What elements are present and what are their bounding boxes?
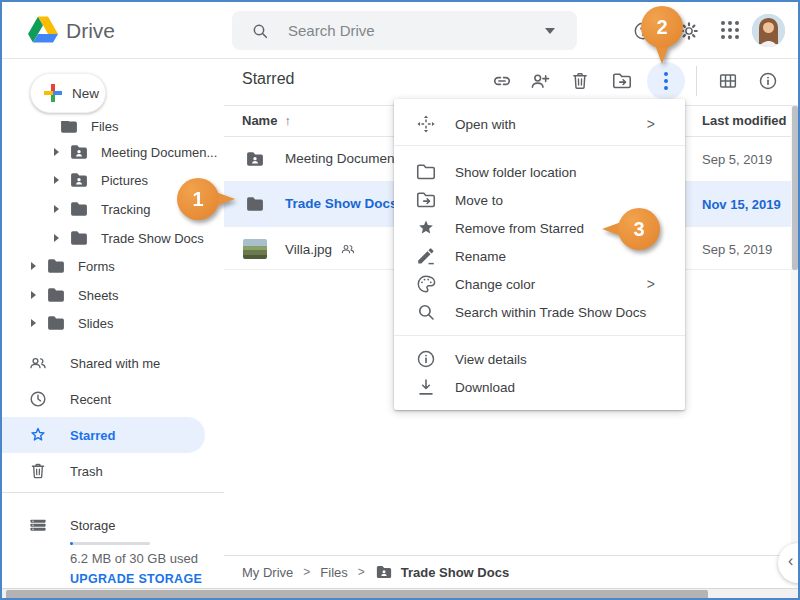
- tree-item-label: Slides: [78, 316, 113, 331]
- sidebar: Files New Meeting Documen... Pictures Tr…: [2, 59, 224, 584]
- search-icon: [415, 301, 437, 323]
- search-bar[interactable]: [232, 11, 577, 50]
- view-details-icon[interactable]: [757, 70, 779, 92]
- file-modified-date: Sep 5, 2019: [702, 242, 772, 257]
- breadcrumb: My Drive > Files > Trade Show Docs: [224, 555, 798, 588]
- sidebar-item-starred[interactable]: Starred: [2, 417, 205, 453]
- sidebar-item-shared-with-me[interactable]: Shared with me: [2, 345, 224, 381]
- menu-item-view-details[interactable]: View details: [394, 345, 685, 373]
- sidebar-item-storage[interactable]: Storage: [2, 507, 224, 543]
- expand-caret-icon[interactable]: [54, 176, 59, 184]
- folder-icon: [245, 194, 265, 214]
- expand-caret-icon[interactable]: [54, 234, 59, 242]
- sidebar-item-trash[interactable]: Trash: [2, 453, 224, 489]
- folder-icon: [46, 285, 66, 305]
- tree-item-sheets[interactable]: Sheets: [31, 281, 118, 309]
- expand-caret-icon[interactable]: [54, 205, 59, 213]
- horizontal-scrollbar: [2, 588, 798, 600]
- move-to-folder-icon[interactable]: [611, 70, 633, 92]
- search-icon: [250, 21, 270, 41]
- column-last-modified[interactable]: Last modified: [702, 113, 787, 128]
- page-title: Starred: [242, 70, 294, 88]
- search-input[interactable]: [288, 22, 518, 39]
- plus-icon: [44, 84, 62, 102]
- app-title: Drive: [66, 2, 115, 59]
- clock-icon: [28, 389, 48, 409]
- tree-item-pictures[interactable]: Pictures: [54, 166, 148, 194]
- storage-progress-fill: [70, 542, 73, 545]
- storage-icon: [28, 515, 48, 535]
- chevron-right-icon: >: [358, 565, 365, 579]
- upgrade-storage-link[interactable]: UPGRADE STORAGE: [70, 572, 202, 586]
- menu-item-search-within[interactable]: Search within Trade Show Docs: [394, 298, 685, 326]
- download-icon: [415, 376, 437, 398]
- column-name-label: Name: [242, 113, 277, 128]
- grid-view-icon[interactable]: [717, 70, 739, 92]
- storage-progress-bar: [70, 542, 150, 545]
- sort-ascending-icon[interactable]: ↑: [284, 113, 291, 128]
- sidebar-item-recent[interactable]: Recent: [2, 381, 224, 417]
- horizontal-scrollbar-thumb[interactable]: [6, 590, 708, 600]
- new-button-label: New: [72, 86, 99, 101]
- folder-icon: [46, 313, 66, 333]
- palette-icon: [415, 273, 437, 295]
- sidebar-item-label: Storage: [70, 518, 116, 533]
- expand-caret-icon[interactable]: [54, 148, 59, 156]
- menu-item-show-folder-location[interactable]: Show folder location: [394, 158, 685, 186]
- tree-item-forms[interactable]: Forms: [31, 252, 115, 280]
- shared-people-icon: [340, 241, 356, 257]
- submenu-chevron-icon: >: [647, 276, 655, 292]
- context-menu: Open with > Show folder location Move to…: [394, 99, 685, 410]
- people-icon: [28, 353, 48, 373]
- vertical-scrollbar: [791, 106, 799, 555]
- star-filled-icon: [415, 217, 437, 239]
- tree-item-meeting-documents[interactable]: Meeting Documen...: [54, 138, 217, 166]
- tree-item-trade-show-docs[interactable]: Trade Show Docs: [54, 224, 204, 252]
- menu-item-change-color[interactable]: Change color >: [394, 270, 685, 298]
- move-to-folder-icon: [415, 189, 437, 211]
- drive-logo-icon[interactable]: [28, 16, 58, 44]
- menu-divider: [394, 335, 685, 336]
- tree-item-label: Meeting Documen...: [101, 145, 217, 160]
- tree-item-label: Tracking: [101, 202, 150, 217]
- sidebar-divider: [2, 492, 224, 493]
- expand-caret-icon[interactable]: [31, 319, 36, 327]
- expand-caret-icon[interactable]: [31, 291, 36, 299]
- pencil-icon: [415, 245, 437, 267]
- user-avatar[interactable]: [752, 14, 785, 47]
- breadcrumb-my-drive[interactable]: My Drive: [242, 565, 293, 580]
- tree-item-slides[interactable]: Slides: [31, 309, 113, 337]
- new-button[interactable]: New: [30, 73, 106, 113]
- breadcrumb-files[interactable]: Files: [320, 565, 347, 580]
- image-thumbnail: [243, 239, 267, 259]
- drive-window: Drive Files New Meeting Documen...: [0, 0, 800, 600]
- menu-divider: [394, 145, 685, 146]
- open-with-icon: [415, 113, 437, 135]
- shared-folder-icon: [69, 170, 89, 190]
- vertical-scrollbar-thumb[interactable]: [792, 106, 798, 270]
- sidebar-item-label: Starred: [70, 428, 116, 443]
- folder-outline-icon: [415, 161, 437, 183]
- star-outline-icon: [28, 425, 48, 445]
- search-options-caret-icon[interactable]: [545, 28, 555, 34]
- submenu-chevron-icon: >: [647, 116, 655, 132]
- info-icon: [415, 348, 437, 370]
- menu-item-download[interactable]: Download: [394, 373, 685, 401]
- more-actions-button[interactable]: [647, 62, 685, 100]
- toolbar-divider: [696, 66, 697, 96]
- tree-item-tracking[interactable]: Tracking: [54, 195, 150, 223]
- callout-number: 1: [177, 178, 219, 220]
- sidebar-item-label: Shared with me: [70, 356, 160, 371]
- google-apps-grid-icon[interactable]: [721, 21, 739, 39]
- share-person-add-icon[interactable]: [529, 70, 551, 92]
- menu-item-open-with[interactable]: Open with >: [394, 110, 685, 138]
- tree-item-label: Pictures: [101, 173, 148, 188]
- delete-trash-icon[interactable]: [569, 70, 591, 92]
- folder-icon: [46, 256, 66, 276]
- column-name[interactable]: Name ↑: [242, 113, 291, 128]
- expand-caret-icon[interactable]: [31, 262, 36, 270]
- get-link-icon[interactable]: [491, 70, 513, 92]
- shared-folder-icon: [69, 142, 89, 162]
- sidebar-item-label: Trash: [70, 464, 103, 479]
- chevron-left-icon: ‹: [788, 552, 793, 570]
